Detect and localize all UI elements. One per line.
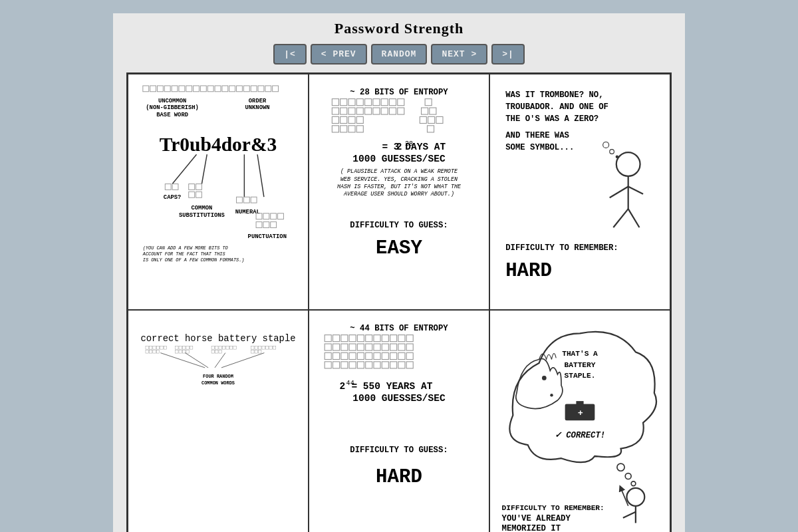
- svg-rect-62: [398, 99, 404, 106]
- cell-bot-mid: ~ 44 BITS OF ENTROPY: [309, 310, 489, 532]
- svg-rect-8: [200, 86, 206, 92]
- svg-rect-176: [366, 344, 372, 350]
- last-button[interactable]: >|: [491, 44, 525, 65]
- svg-rect-169: [398, 335, 405, 342]
- first-button[interactable]: |<: [273, 44, 307, 65]
- svg-text:SUBSTITUTIONS: SUBSTITUTIONS: [179, 212, 225, 219]
- svg-rect-115: [149, 346, 152, 349]
- next-button[interactable]: Next >: [431, 44, 487, 65]
- svg-point-217: [550, 394, 553, 396]
- svg-rect-63: [425, 99, 432, 106]
- svg-rect-192: [406, 353, 413, 360]
- svg-rect-203: [406, 362, 413, 368]
- svg-rect-34: [189, 192, 195, 198]
- svg-text:AVERAGE USER SHOULD WORRY ABOU: AVERAGE USER SHOULD WORRY ABOUT.): [343, 191, 454, 198]
- svg-rect-32: [189, 184, 195, 190]
- svg-rect-146: [262, 346, 265, 349]
- svg-text:UNCOMMON: UNCOMMON: [158, 98, 186, 104]
- svg-rect-163: [349, 335, 356, 342]
- svg-rect-131: [182, 350, 185, 353]
- svg-rect-124: [176, 346, 178, 349]
- svg-text:BATTERY: BATTERY: [565, 361, 596, 369]
- svg-rect-44: [271, 213, 277, 219]
- svg-rect-3: [164, 86, 170, 92]
- svg-rect-46: [256, 222, 262, 228]
- svg-rect-200: [382, 362, 388, 368]
- svg-rect-56: [348, 99, 355, 106]
- svg-line-28: [257, 154, 264, 197]
- svg-text:EASY: EASY: [376, 237, 422, 259]
- svg-rect-177: [374, 344, 380, 350]
- svg-rect-79: [420, 116, 426, 123]
- cell-top-left: UNCOMMON (NON-GIBBERISH) BASE WORD ORDER…: [128, 74, 309, 310]
- svg-text:+: +: [578, 409, 583, 419]
- svg-rect-188: [374, 353, 380, 360]
- random-button[interactable]: Random: [371, 44, 428, 65]
- svg-rect-66: [348, 108, 355, 114]
- svg-text:= 3 DAYS AT: = 3 DAYS AT: [382, 142, 446, 152]
- svg-line-155: [215, 353, 225, 368]
- svg-rect-144: [255, 346, 257, 349]
- svg-rect-138: [229, 346, 232, 349]
- svg-rect-198: [366, 362, 372, 368]
- svg-text:HASH IS FASTER, BUT IT'S NOT W: HASH IS FASTER, BUT IT'S NOT WHAT THE: [337, 184, 462, 190]
- svg-rect-129: [176, 350, 178, 353]
- navigation-bar: |< < Prev Random Next > >|: [126, 44, 672, 65]
- svg-rect-13: [237, 86, 243, 92]
- svg-rect-148: [269, 346, 272, 349]
- svg-rect-186: [357, 353, 364, 360]
- svg-rect-123: [156, 350, 159, 353]
- svg-rect-140: [211, 350, 214, 353]
- svg-rect-125: [179, 346, 182, 349]
- svg-text:TROUBADOR.  AND ONE OF: TROUBADOR. AND ONE OF: [505, 102, 608, 112]
- svg-text:~ 28 BITS OF ENTROPY: ~ 28 BITS OF ENTROPY: [350, 88, 448, 97]
- svg-rect-71: [389, 108, 396, 114]
- svg-rect-54: [332, 99, 338, 106]
- svg-rect-165: [366, 335, 372, 342]
- svg-line-154: [185, 353, 208, 368]
- svg-line-26: [201, 154, 207, 184]
- svg-rect-193: [325, 362, 331, 368]
- svg-rect-180: [398, 344, 405, 350]
- svg-rect-170: [406, 335, 413, 342]
- svg-rect-167: [382, 335, 388, 342]
- svg-rect-187: [366, 353, 372, 360]
- svg-rect-39: [243, 197, 249, 203]
- svg-text:correct horse battery staple: correct horse battery staple: [140, 333, 295, 344]
- svg-rect-120: [146, 350, 148, 353]
- svg-rect-121: [149, 350, 152, 353]
- svg-rect-33: [196, 184, 202, 190]
- svg-rect-114: [146, 346, 148, 349]
- cell-bot-left: correct horse battery staple: [128, 310, 309, 532]
- svg-rect-135: [219, 346, 221, 349]
- svg-rect-0: [143, 86, 149, 92]
- svg-rect-59: [373, 99, 380, 106]
- svg-rect-40: [251, 197, 257, 203]
- svg-rect-16: [258, 86, 264, 92]
- svg-rect-55: [340, 99, 347, 106]
- svg-rect-38: [237, 197, 243, 203]
- svg-text:CAPS?: CAPS?: [164, 194, 182, 201]
- svg-rect-4: [172, 86, 178, 92]
- svg-rect-152: [258, 350, 261, 353]
- svg-rect-201: [390, 362, 397, 368]
- svg-rect-85: [356, 126, 363, 132]
- prev-button[interactable]: < Prev: [311, 44, 367, 65]
- svg-rect-29: [165, 184, 171, 190]
- svg-rect-127: [186, 346, 189, 349]
- svg-rect-160: [325, 335, 331, 342]
- top-mid-diagram: ~ 28 BITS OF ENTROPY: [317, 82, 481, 298]
- svg-rect-178: [382, 344, 388, 350]
- svg-rect-15: [251, 86, 257, 92]
- svg-rect-65: [340, 108, 347, 114]
- svg-rect-116: [153, 346, 156, 349]
- svg-line-153: [160, 353, 205, 368]
- svg-rect-58: [365, 99, 372, 106]
- svg-text:2: 2: [340, 381, 346, 392]
- svg-point-219: [617, 464, 624, 471]
- svg-rect-184: [341, 353, 348, 360]
- svg-rect-69: [373, 108, 380, 114]
- cell-top-right: WAS IT TROMBONE? NO, TROUBADOR. AND ONE …: [489, 74, 670, 310]
- svg-rect-199: [374, 362, 380, 368]
- svg-rect-67: [356, 108, 363, 114]
